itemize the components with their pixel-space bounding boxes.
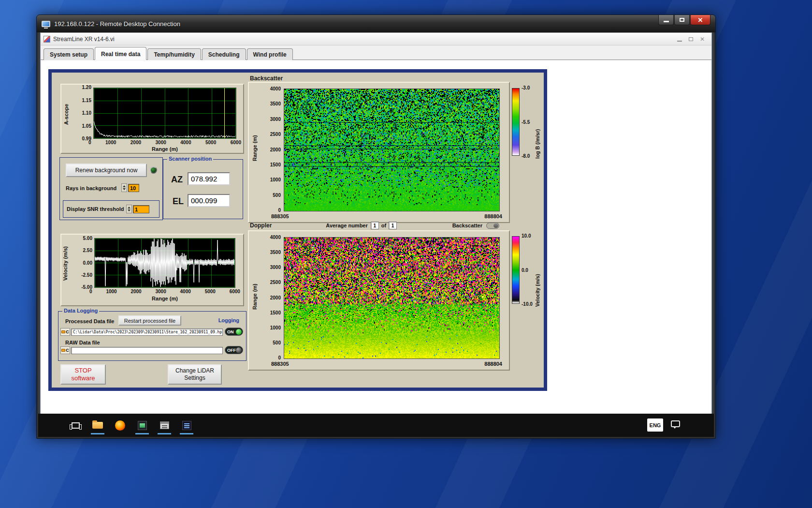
colorbar-tick: 10.0 xyxy=(522,233,533,239)
toggle-knob xyxy=(493,224,498,228)
toggle-off-led xyxy=(236,347,242,353)
x-tick: 0 xyxy=(88,140,91,145)
app-titlebar[interactable]: StreamLine XR v14-6.vi ✕ xyxy=(41,33,711,45)
tab-wind-profile[interactable]: Wind profile xyxy=(247,48,293,60)
y-tick: 1.05 xyxy=(82,123,91,129)
y-tick: 5.00 xyxy=(83,236,92,241)
rdp-maximize-button[interactable] xyxy=(674,15,690,25)
task-view-glyph xyxy=(72,422,80,429)
colorbar-tick: -5.5 xyxy=(522,120,530,125)
rdp-window: 192.168.0.122 - Remote Desktop Connectio… xyxy=(36,15,716,439)
data-logging-box: Data Logging Processed Data file Restart… xyxy=(58,311,246,361)
x-tick: 2000 xyxy=(130,140,141,145)
data-app-icon[interactable] xyxy=(177,416,196,435)
snr-threshold-label: Display SNR threshold xyxy=(67,206,124,212)
backscatter-colorbar-ticks: -3.0 -5.5 -8.0 xyxy=(522,85,530,159)
processed-path-field[interactable]: C:\Lidar\Data\Proc\2023\202309\20230911\… xyxy=(71,329,223,336)
y-tick: 1.10 xyxy=(82,110,91,116)
x-tick: 5000 xyxy=(205,289,216,294)
x-tick: 4000 xyxy=(180,140,191,145)
x-tick-end: 888804 xyxy=(484,361,502,367)
ascope-plot-canvas xyxy=(94,88,236,138)
rays-in-background-label: Rays in background xyxy=(66,185,116,191)
y-tick: 3500 xyxy=(270,101,281,106)
snr-value-field[interactable]: 1 xyxy=(133,205,149,213)
backscatter-x-ticks: 888305 888804 xyxy=(271,213,502,219)
y-tick: 1500 xyxy=(270,162,281,167)
y-tick: 3000 xyxy=(270,265,281,270)
doppler-colorbar-label: Velocity (m/s) xyxy=(535,233,540,307)
notification-icon[interactable] xyxy=(671,420,680,427)
processed-logging-toggle[interactable]: ON xyxy=(225,328,243,336)
rays-spinner[interactable] xyxy=(121,183,127,192)
velocity-x-axis-label: Range (m) xyxy=(94,296,235,301)
firefox-glyph xyxy=(115,420,125,431)
velocity-y-axis-label: Velocity (m/s) xyxy=(62,239,68,288)
rdp-close-button[interactable]: ✕ xyxy=(690,15,710,25)
average-number-field-2[interactable]: 1 xyxy=(389,222,397,229)
backscatter-display-toggle[interactable] xyxy=(486,223,499,229)
folder-small-icon xyxy=(61,349,65,352)
velocity-y-ticks: 5.00 2.50 0.00 -2.50 -5.00 xyxy=(72,236,92,290)
tab-temp-humidity[interactable]: Temp/humidity xyxy=(147,48,201,60)
minimize-icon xyxy=(664,21,669,22)
language-indicator[interactable]: ENG xyxy=(647,418,663,432)
raw-path-drive-button[interactable]: C xyxy=(60,346,70,354)
snr-spinner[interactable] xyxy=(126,205,132,213)
app-close-icon[interactable]: ✕ xyxy=(700,36,705,42)
spin-up-icon xyxy=(123,185,126,187)
y-tick: 1000 xyxy=(270,177,281,182)
folder-small-icon xyxy=(61,330,65,333)
change-lidar-settings-button[interactable]: Change LiDAR Settings xyxy=(168,364,222,385)
tab-scheduling[interactable]: Scheduling xyxy=(202,48,246,60)
app-icon xyxy=(44,36,50,43)
lidar-panel: A-scope 1.20 1.15 1.10 1.05 0.99 xyxy=(48,69,547,391)
rays-value-field[interactable]: 10 xyxy=(128,184,139,192)
renew-background-button[interactable]: Renew background now xyxy=(66,164,147,177)
raw-path-field[interactable] xyxy=(71,347,223,354)
y-tick: 0 xyxy=(278,208,281,213)
file-explorer-icon[interactable] xyxy=(88,416,107,435)
rdp-titlebar[interactable]: 192.168.0.122 - Remote Desktop Connectio… xyxy=(37,15,715,32)
stop-software-button[interactable]: STOP software xyxy=(60,364,106,385)
background-controls-box: Renew background now Rays in background … xyxy=(59,157,163,220)
az-value-field[interactable]: 078.992 xyxy=(188,172,230,185)
scan-scheduler-icon[interactable] xyxy=(155,416,174,435)
el-value-field[interactable]: 000.099 xyxy=(188,194,230,207)
y-tick: 0 xyxy=(278,355,281,360)
firefox-icon[interactable] xyxy=(111,416,129,435)
backscatter-toggle-label: Backscatter xyxy=(452,223,482,228)
y-tick: -2.50 xyxy=(81,272,92,278)
tab-content: A-scope 1.20 1.15 1.10 1.05 0.99 xyxy=(41,60,711,414)
y-tick: 2500 xyxy=(270,132,281,137)
restart-processed-file-button[interactable]: Restart processed file xyxy=(118,315,181,326)
task-view-icon[interactable] xyxy=(66,416,85,435)
colorbar-tick: 0.0 xyxy=(522,268,533,273)
average-number-field-1[interactable]: 1 xyxy=(371,222,379,229)
y-tick: 1500 xyxy=(270,310,281,315)
processed-data-file-label: Processed Data file xyxy=(65,318,115,324)
tab-real-time-data[interactable]: Real time data xyxy=(95,47,146,60)
rdp-minimize-button[interactable] xyxy=(658,15,674,25)
raw-logging-toggle[interactable]: OFF xyxy=(225,346,243,354)
drive-letter: C xyxy=(66,329,69,334)
processed-path-drive-button[interactable]: C xyxy=(60,328,70,336)
doppler-x-ticks: 888305 888804 xyxy=(271,361,502,367)
taskbar: ENG xyxy=(38,414,714,437)
app-title: StreamLine XR v14-6.vi xyxy=(53,36,115,43)
ascope-plot-area xyxy=(93,88,236,139)
change-line-2: Settings xyxy=(184,374,205,382)
app-maximize-icon[interactable] xyxy=(689,37,693,41)
data-logging-title: Data Logging xyxy=(62,308,99,314)
tab-system-setup[interactable]: System setup xyxy=(44,48,94,60)
y-tick: 1.20 xyxy=(82,85,91,90)
doppler-colorbar: 10.0 0.0 -10.0 Velocity (m/s) xyxy=(512,233,546,310)
velocity-x-ticks: 0 1000 2000 3000 4000 5000 6000 xyxy=(89,289,240,294)
change-line-1: Change LiDAR xyxy=(175,367,214,374)
x-tick: 0 xyxy=(89,289,92,294)
backscatter-plot-area xyxy=(284,89,500,211)
data-app-glyph xyxy=(182,421,191,430)
app-minimize-icon[interactable] xyxy=(677,41,682,42)
screenshot-app-icon[interactable] xyxy=(133,416,151,435)
backscatter-plot-group: Range (m) 4000 3500 3000 2500 2000 1500 … xyxy=(248,82,510,223)
